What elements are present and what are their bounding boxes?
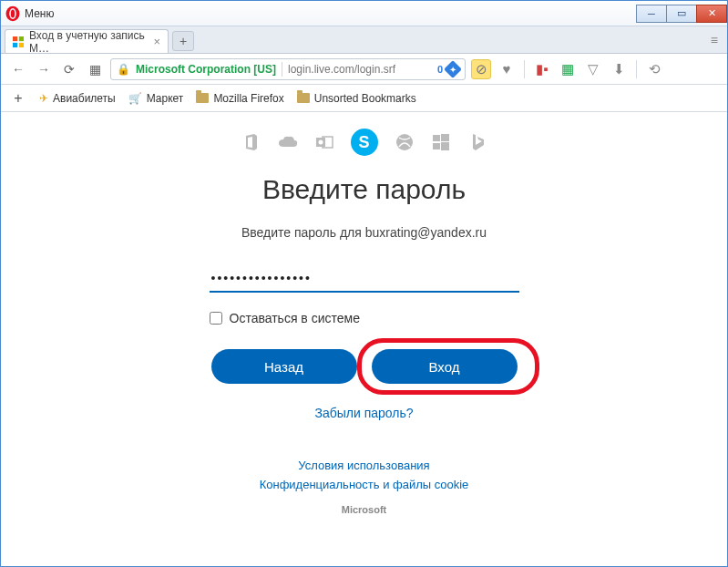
onedrive-icon: [278, 132, 298, 152]
page-content: S Введите пароль Введите пароль для buxr…: [1, 112, 727, 566]
keep-signed-in[interactable]: Оставаться в системе: [210, 311, 519, 325]
minimize-button[interactable]: ─: [636, 5, 667, 23]
terms-link[interactable]: Условия использования: [298, 459, 429, 472]
window-titlebar: Меню ─ ▭ ✕: [1, 1, 727, 26]
download-icon[interactable]: ⬇: [609, 59, 629, 79]
windows-icon: [431, 132, 451, 152]
svg-point-10: [396, 134, 413, 150]
window-controls: ─ ▭ ✕: [637, 5, 727, 23]
separator: [524, 60, 525, 78]
microsoft-footer: Microsoft: [342, 504, 387, 515]
folder-icon: [297, 93, 310, 103]
svg-rect-6: [19, 42, 24, 46]
maximize-button[interactable]: ▭: [666, 5, 697, 23]
lock-icon: 🔒: [117, 63, 130, 76]
browser-window: Меню ─ ▭ ✕ Вход в учетную запись M… × + …: [0, 0, 728, 567]
separator: [636, 60, 637, 78]
xbox-icon: [395, 132, 415, 152]
extension-green-icon[interactable]: ▦: [558, 59, 578, 79]
titlebar-left: Меню: [1, 5, 54, 22]
privacy-link[interactable]: Конфиденциальность и файлы cookie: [260, 478, 469, 491]
shield-icon[interactable]: ✦: [444, 60, 462, 78]
site-identity: Microsoft Corporation [US]: [136, 63, 276, 76]
tab-login[interactable]: Вход в учетную запись M… ×: [5, 29, 169, 53]
opera-logo-icon: [5, 5, 21, 22]
cart-icon: 🛒: [128, 92, 142, 105]
bookmark-market[interactable]: 🛒 Маркет: [128, 92, 184, 105]
speed-dial-button[interactable]: ▦: [85, 59, 105, 79]
separator: [282, 62, 282, 77]
login-form: Оставаться в системе Назад Вход Забыли п…: [210, 265, 519, 420]
button-row: Назад Вход: [210, 349, 519, 384]
heart-icon[interactable]: ♥: [497, 59, 517, 79]
forgot-password-link[interactable]: Забыли пароль?: [314, 406, 413, 420]
bookmark-label: Unsorted Bookmarks: [314, 92, 416, 105]
keep-signed-in-label: Оставаться в системе: [230, 311, 360, 325]
url-text: login.live.com/login.srf: [288, 63, 395, 76]
keep-signed-in-checkbox[interactable]: [210, 312, 222, 325]
bookmark-label: Mozilla Firefox: [213, 92, 283, 105]
skype-icon: S: [351, 129, 378, 156]
tab-strip: Вход в учетную запись M… × + ≡: [1, 26, 727, 54]
sync-icon[interactable]: ⟲: [644, 59, 664, 79]
bookmark-label: Авиабилеты: [53, 92, 116, 105]
svg-rect-5: [13, 42, 17, 46]
bookmarks-bar: + ✈ Авиабилеты 🛒 Маркет Mozilla Firefox …: [1, 85, 727, 112]
tracker-count: 0: [437, 64, 443, 75]
back-button[interactable]: Назад: [211, 349, 357, 384]
svg-rect-4: [19, 36, 24, 41]
bookmark-firefox-folder[interactable]: Mozilla Firefox: [196, 92, 283, 105]
shield-gray-icon[interactable]: ▽: [583, 59, 603, 79]
bookmark-aviabilety[interactable]: ✈ Авиабилеты: [39, 92, 116, 105]
plane-icon: ✈: [39, 92, 48, 105]
toolbar: ← → ⟳ ▦ 🔒 Microsoft Corporation [US] log…: [1, 54, 727, 85]
bookmark-label: Маркет: [147, 92, 184, 105]
tab-title: Вход в учетную запись M…: [29, 29, 148, 55]
folder-icon: [196, 93, 209, 103]
page-heading: Введите пароль: [262, 174, 466, 205]
footer-links: Условия использования Конфиденциальность…: [260, 457, 469, 495]
svg-point-9: [318, 140, 323, 145]
svg-rect-12: [441, 134, 449, 141]
signin-button[interactable]: Вход: [372, 349, 518, 384]
service-icons-row: S: [241, 129, 487, 156]
back-nav-button[interactable]: ←: [8, 59, 28, 79]
svg-rect-14: [441, 142, 449, 150]
adblock-icon[interactable]: ⊘: [471, 59, 491, 79]
tab-close-icon[interactable]: ×: [153, 35, 160, 48]
forward-nav-button[interactable]: →: [34, 59, 54, 79]
close-button[interactable]: ✕: [696, 5, 727, 23]
password-input[interactable]: [210, 265, 519, 293]
menu-button[interactable]: Меню: [25, 7, 54, 20]
svg-rect-13: [433, 143, 440, 149]
panel-toggle-icon[interactable]: ≡: [711, 33, 718, 47]
svg-rect-11: [433, 135, 440, 141]
office-icon: [241, 132, 261, 152]
microsoft-favicon-icon: [13, 36, 24, 48]
new-tab-button[interactable]: +: [172, 31, 194, 51]
outlook-icon: [314, 132, 334, 152]
svg-rect-3: [13, 36, 17, 41]
reload-button[interactable]: ⟳: [59, 59, 79, 79]
svg-point-2: [11, 9, 15, 17]
forgot-password: Забыли пароль?: [210, 406, 519, 420]
page-subtitle: Введите пароль для buxrating@yandex.ru: [241, 225, 487, 240]
add-bookmark-button[interactable]: +: [10, 90, 26, 107]
address-bar[interactable]: 🔒 Microsoft Corporation [US] login.live.…: [110, 58, 466, 80]
bookmark-unsorted-folder[interactable]: Unsorted Bookmarks: [297, 92, 416, 105]
lastpass-icon[interactable]: ▮▪: [532, 59, 552, 79]
bing-icon: [467, 132, 487, 152]
